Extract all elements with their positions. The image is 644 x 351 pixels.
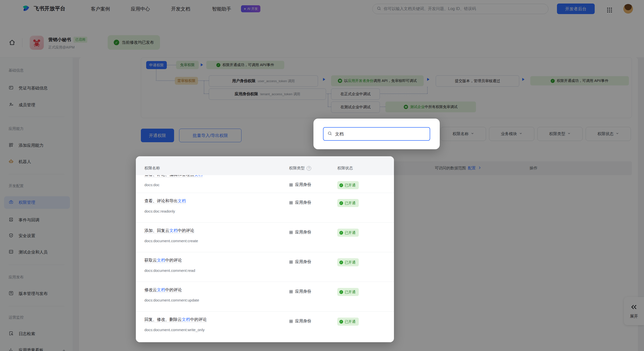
permission-code: docs:document.comment:write_only xyxy=(144,328,207,332)
table-spotlight-panel: 权限名称 权限类型? 权限状态 查看、评论、编辑和管理云文档docs:doc应用… xyxy=(136,156,394,342)
permission-type: 应用身份 xyxy=(289,319,311,324)
status-badge: ✓已开通 xyxy=(337,258,359,266)
status-badge: ✓已开通 xyxy=(337,199,359,207)
check-circle-icon: ✓ xyxy=(339,231,343,235)
table-header: 权限名称 权限类型? 权限状态 xyxy=(136,156,394,175)
table-row: 回复、修改、删除云文档中的评论docs:document.comment:wri… xyxy=(136,312,394,342)
table-row: 添加、回复云文档中的评论docs:document.comment:create… xyxy=(136,223,394,252)
permission-search-input[interactable]: 文档 xyxy=(323,127,430,141)
check-circle-icon: ✓ xyxy=(339,320,343,324)
permission-code: docs:document.comment:create xyxy=(144,239,198,243)
permission-code: docs:doc xyxy=(144,183,203,187)
col-permission-name: 权限名称 xyxy=(144,161,160,175)
permission-type: 应用身份 xyxy=(289,200,311,205)
permission-code: docs:document.comment:read xyxy=(144,268,195,273)
check-circle-icon: ✓ xyxy=(339,290,343,294)
permission-name: 回复、修改、删除云文档中的评论 xyxy=(144,317,207,322)
permission-code: docs:doc:readonly xyxy=(144,209,186,213)
col-permission-type: 权限类型? xyxy=(289,161,311,175)
col-permission-status: 权限状态 xyxy=(337,161,353,175)
check-circle-icon: ✓ xyxy=(339,201,343,205)
permission-code: docs:document.comment:update xyxy=(144,298,199,302)
table-row: 修改云文档中的评论docs:document.comment:update应用身… xyxy=(136,282,394,312)
search-icon xyxy=(327,131,332,137)
status-badge: ✓已开通 xyxy=(337,318,359,326)
table-row: 查看、评论和导出文档docs:doc:readonly应用身份✓已开通 xyxy=(136,193,394,223)
permission-type: 应用身份 xyxy=(289,182,311,187)
permission-name: 查看、评论和导出文档 xyxy=(144,198,186,204)
search-value: 文档 xyxy=(335,131,344,137)
table-row: 获取云文档中的评论docs:document.comment:read应用身份✓… xyxy=(136,252,394,282)
table-row: 查看、评论、编辑和管理云文档docs:doc应用身份✓已开通 xyxy=(136,175,394,193)
permission-type: 应用身份 xyxy=(289,259,311,265)
permission-name: 修改云文档中的评论 xyxy=(144,287,199,292)
status-badge: ✓已开通 xyxy=(337,181,359,189)
permission-name: 查看、评论、编辑和管理云文档 xyxy=(144,175,203,177)
permission-type: 应用身份 xyxy=(289,289,311,294)
status-badge: ✓已开通 xyxy=(337,288,359,296)
permission-type: 应用身份 xyxy=(289,230,311,235)
permission-name: 添加、回复云文档中的评论 xyxy=(144,228,198,233)
check-circle-icon: ✓ xyxy=(339,261,343,264)
search-spotlight-panel: 文档 xyxy=(313,119,440,149)
check-circle-icon: ✓ xyxy=(339,183,343,187)
status-badge: ✓已开通 xyxy=(337,229,359,237)
help-icon[interactable]: ? xyxy=(307,166,311,171)
permission-name: 获取云文档中的评论 xyxy=(144,257,195,263)
